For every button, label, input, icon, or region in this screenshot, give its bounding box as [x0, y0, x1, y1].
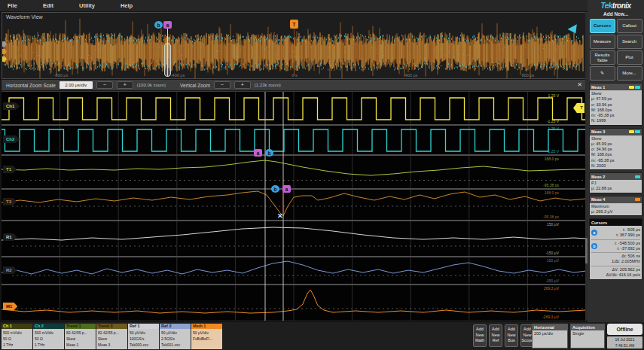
- ref1-settings-badge[interactable]: Ref 1 50 μV/div 100GS/s Tek000.csv: [128, 324, 159, 349]
- v-zoom-out-button[interactable]: −: [214, 81, 230, 89]
- search-button[interactable]: Search: [617, 35, 642, 49]
- add-new-ref-button[interactable]: Add New Ref: [489, 324, 502, 347]
- menu-utility[interactable]: Utility: [79, 2, 95, 9]
- ch1-settings-badge[interactable]: Ch 1 500 mV/div 50 Ω 1 THz: [2, 324, 32, 349]
- badge-title: Ch 1: [2, 324, 32, 329]
- delta-value: ΔV: 205.962 ps: [591, 267, 640, 272]
- overview-title: Waveform View: [6, 14, 43, 20]
- cursor-a-badge[interactable]: a: [282, 185, 291, 193]
- time-tick: 800 μs: [522, 73, 535, 78]
- add-new-bus-button[interactable]: Add New Bus: [505, 324, 518, 347]
- scale-label: -150 μV: [545, 251, 559, 255]
- h-zoom-scale-input[interactable]: 2.00 μs/div: [60, 81, 93, 89]
- cursor-b-badge[interactable]: b: [265, 149, 273, 157]
- settings-bar: Ch 1 500 mV/div 50 Ω 1 THz Ch 2 500 mV/d…: [0, 322, 644, 350]
- horizontal-settings-badge[interactable]: Horizontal 200 μs/div: [532, 324, 568, 348]
- trigger-position-line: [294, 29, 295, 76]
- delta-value: Δt: 506 ns: [591, 254, 640, 259]
- time-tick: 400 μs: [405, 73, 418, 78]
- cursor-b-badge[interactable]: b: [271, 185, 279, 193]
- delta-t-readout: Δt: 506 ns 1/Δt: 2.005MHz: [591, 253, 640, 266]
- cursor-crosshair-marker[interactable]: ✕: [277, 212, 283, 220]
- meas-1-header[interactable]: Meas 1: [590, 84, 642, 90]
- trigger-position-icon[interactable]: T: [290, 20, 298, 29]
- cursor-b-icon: b: [591, 243, 597, 249]
- cursor-b-time: t: -548.500 μs: [599, 241, 640, 246]
- acquisition-settings-badge[interactable]: Acquisition Single: [570, 324, 605, 348]
- datetime-display: 19 Jul 2021 7:46:51 AM: [607, 336, 642, 348]
- trend3-settings-badge[interactable]: Trend 3 82.42/55 p... Skew Meas 3: [96, 324, 127, 349]
- badge-line: 500 mV/div: [3, 330, 31, 336]
- meas-value: Skew: [591, 136, 640, 142]
- v-zoom-in-button[interactable]: +: [234, 81, 251, 89]
- overview-cursor-b-badge[interactable]: b: [154, 21, 163, 29]
- source-chips: [629, 86, 640, 89]
- badge-line: 50 μV/div: [193, 330, 221, 336]
- source-chips: [635, 175, 640, 178]
- cursors-button[interactable]: Cursors: [590, 19, 615, 33]
- meas-3-header[interactable]: Meas 3: [590, 129, 642, 135]
- meas-value: μ: 45.99 ps: [591, 142, 640, 147]
- meas-value: μ: 269.3 μV: [591, 209, 640, 215]
- v-zoom-readout: (1.23k zoom): [255, 83, 281, 87]
- results-table-button[interactable]: Results Table: [590, 50, 615, 65]
- meas-3-title: Meas 3: [591, 129, 605, 134]
- menu-edit[interactable]: Edit: [43, 2, 53, 9]
- time-text: 7:46:51 AM: [607, 343, 642, 349]
- menu-help[interactable]: Help: [121, 2, 133, 9]
- meas-1-panel[interactable]: Meas 1 Skew μ: 47.59 ps σ: 33.96 ps M: 1…: [589, 83, 642, 126]
- badge-line: 500 mV/div: [35, 330, 63, 336]
- meas-3-panel[interactable]: Meas 3 Skew μ: 45.99 ps σ: 34.96 ps M: 1…: [589, 128, 642, 171]
- cursor-b-value: t: -37.692 ps: [599, 246, 640, 251]
- badge-line: 50 μV/div: [130, 330, 157, 336]
- cursor-a-icon: a: [591, 230, 597, 236]
- cursor-a-badge[interactable]: a: [254, 149, 262, 157]
- date-text: 19 Jul 2021: [607, 337, 642, 343]
- add-new-math-button[interactable]: Add New Math: [473, 324, 487, 347]
- source-chips: [635, 198, 640, 201]
- draw-icon[interactable]: ✎: [590, 66, 615, 81]
- overview-cursor-handle[interactable]: [164, 43, 171, 77]
- logo-text: tronix: [612, 2, 631, 10]
- overview-cursor-a-badge[interactable]: a: [163, 21, 172, 29]
- cursor-a-time: t: -505 μs: [599, 227, 640, 233]
- ch2-settings-badge[interactable]: Ch 2 500 mV/div 50 Ω 1 THz: [33, 324, 64, 349]
- math1-settings-badge[interactable]: Math 1 50 μV/div FxBdBoFl...: [191, 324, 222, 349]
- callout-button[interactable]: Callout: [617, 19, 642, 33]
- meas-4-panel[interactable]: Meas 4 Maximum μ: 269.3 μV: [589, 196, 642, 217]
- badge-line: Skew: [98, 336, 126, 342]
- offline-button[interactable]: Offline: [607, 324, 642, 335]
- h-zoom-in-button[interactable]: +: [117, 81, 133, 89]
- meas-value: PJ: [591, 181, 640, 186]
- menu-file[interactable]: File: [8, 2, 17, 9]
- scale-label: 1.25 V: [548, 126, 559, 131]
- h-zoom-out-button[interactable]: −: [96, 81, 113, 89]
- badge-line: 2.5GS/s: [161, 336, 189, 342]
- cursors-header[interactable]: Cursors: [590, 219, 642, 226]
- meas-2-title: Meas 2: [591, 175, 605, 179]
- horizontal-value: 200 μs/div: [533, 330, 567, 336]
- meas-value: N: 1999: [591, 118, 640, 123]
- meas-2-header[interactable]: Meas 2: [590, 173, 642, 180]
- scale-label: -269.3 μV: [542, 315, 559, 319]
- zoom-toolbar: Horizontal Zoom Scale 2.00 μs/div − + (1…: [2, 80, 586, 90]
- waveform-view[interactable]: Ch1 Ch2 T1 T3 R1 R2 M1 1.25 V -1.25 V 1.…: [2, 91, 586, 320]
- waveform-overview[interactable]: Waveform View -800 μs -400 μs 0 s 400 μs…: [2, 12, 586, 79]
- badge-line: 1 THz: [35, 342, 63, 348]
- cursors-title: Cursors: [591, 221, 607, 225]
- scale-label: -1.25 V: [547, 119, 559, 123]
- trend1-settings-badge[interactable]: Trend 1 82.42/55 p... Skew Meas 1: [65, 324, 96, 349]
- meas-2-panel[interactable]: Meas 2 PJ μ: 22.88 ps: [589, 172, 642, 193]
- cursors-panel[interactable]: Cursors a t: -505 μs t: 367.990 ps b t: …: [589, 218, 642, 280]
- ref2-settings-badge[interactable]: Ref 2 50 μV/div 2.5GS/s Tek001.csv: [160, 324, 191, 349]
- close-icon[interactable]: ✕: [577, 81, 582, 88]
- meas-4-header[interactable]: Meas 4: [590, 196, 642, 203]
- horizontal-title: Horizontal: [533, 324, 567, 330]
- plot-button[interactable]: Plot: [617, 50, 642, 65]
- badge-line: 82.42/55 p...: [98, 330, 126, 336]
- scale-label: 150 μV: [547, 222, 559, 227]
- h-zoom-readout: (100.0k zoom): [137, 83, 166, 87]
- meas-value: σ: 33.96 ps: [591, 102, 640, 108]
- measure-button[interactable]: Measure: [590, 35, 615, 49]
- more-button[interactable]: More...: [617, 66, 642, 81]
